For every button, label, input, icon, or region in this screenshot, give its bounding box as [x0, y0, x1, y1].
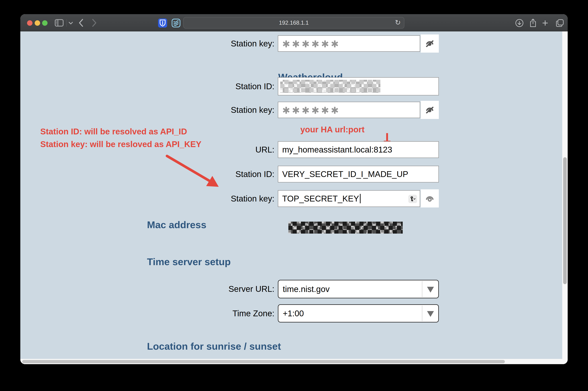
ha-url-input[interactable]: my_homeassistant.local:8123	[278, 141, 439, 158]
downloads-icon[interactable]	[515, 19, 524, 27]
time-server-heading: Time server setup	[147, 256, 231, 267]
time-zone-select[interactable]: +1:00	[278, 304, 439, 322]
eye-icon	[425, 195, 434, 202]
censored-mac-address	[288, 222, 403, 234]
sidebar-toggle-icon[interactable]	[55, 19, 64, 26]
ha-station-key-reveal-button[interactable]	[421, 189, 439, 207]
ha-url-label: URL:	[173, 145, 274, 155]
wc-station-key-input[interactable]: ✱✱✱✱✱✱	[278, 102, 420, 118]
annotation-line1: Station ID: will be resolved as API_ID	[40, 127, 187, 136]
ha-station-key-label: Station key:	[173, 194, 274, 203]
back-icon[interactable]	[78, 19, 84, 27]
annotation-ha-hint: your HA url:port	[300, 125, 364, 134]
eye-slash-icon	[426, 106, 434, 114]
server-url-label: Server URL:	[173, 284, 274, 294]
reload-icon[interactable]: ↻	[395, 18, 401, 26]
ha-station-id-input[interactable]: VERY_SECRET_ID_I_MADE_UP	[278, 166, 439, 183]
key-icon	[410, 196, 416, 202]
zoom-window-button[interactable]	[42, 20, 48, 26]
chevrons-extension-icon[interactable]	[171, 18, 181, 28]
censored-station-id	[280, 80, 380, 93]
wu-station-key-input[interactable]: ✱✱✱✱✱✱	[278, 35, 420, 52]
bitwarden-extension-icon[interactable]	[158, 18, 167, 28]
safari-window: 192.168.1.1 ↻ + Station	[20, 14, 568, 364]
close-window-button[interactable]	[27, 20, 32, 26]
chevron-down-icon[interactable]	[69, 22, 73, 25]
select-divider	[422, 305, 422, 321]
forward-icon[interactable]	[92, 19, 97, 27]
toolbar-divider	[66, 19, 67, 27]
minimize-window-button[interactable]	[35, 20, 40, 26]
vertical-scrollbar-thumb[interactable]	[563, 157, 567, 284]
server-url-select[interactable]: time.nist.gov	[278, 280, 439, 298]
autofill-passwords-button[interactable]	[408, 195, 417, 203]
ha-station-key-value: TOP_SECRET_KEY	[282, 194, 359, 203]
time-zone-value: +1:00	[283, 308, 304, 318]
wc-station-key-label: Station key:	[173, 105, 274, 115]
ha-url-value: my_homeassistant.local:8123	[282, 145, 392, 155]
location-heading: Location for sunrise / sunset	[147, 341, 281, 352]
share-icon[interactable]	[529, 18, 537, 28]
dropdown-arrow-icon	[427, 311, 434, 317]
horizontal-scrollbar-thumb[interactable]	[22, 360, 505, 363]
time-zone-label: Time Zone:	[173, 308, 274, 318]
masked-password-text: ✱✱✱✱✱✱	[282, 104, 341, 116]
select-divider	[422, 281, 422, 297]
wu-station-key-label: Station key:	[173, 39, 274, 48]
address-text: 192.168.1.1	[279, 20, 309, 26]
address-bar[interactable]: 192.168.1.1 ↻	[183, 17, 404, 29]
browser-toolbar: 192.168.1.1 ↻ +	[20, 14, 568, 31]
mac-address-heading: Mac address	[147, 219, 206, 230]
masked-password-text: ✱✱✱✱✱✱	[282, 38, 341, 50]
tab-overview-icon[interactable]	[556, 19, 564, 27]
server-url-value: time.nist.gov	[283, 284, 330, 294]
wc-station-id-label: Station ID:	[173, 82, 274, 91]
text-caret	[360, 194, 360, 203]
wc-station-key-reveal-button[interactable]	[421, 101, 439, 119]
wu-station-key-reveal-button[interactable]	[421, 34, 439, 53]
new-tab-icon[interactable]: +	[542, 19, 548, 27]
ha-station-id-label: Station ID:	[173, 169, 274, 179]
ha-station-id-value: VERY_SECRET_ID_I_MADE_UP	[282, 169, 408, 179]
dropdown-arrow-icon	[427, 287, 434, 293]
eye-slash-icon	[426, 40, 434, 48]
ha-station-key-input[interactable]: TOP_SECRET_KEY	[278, 190, 420, 207]
